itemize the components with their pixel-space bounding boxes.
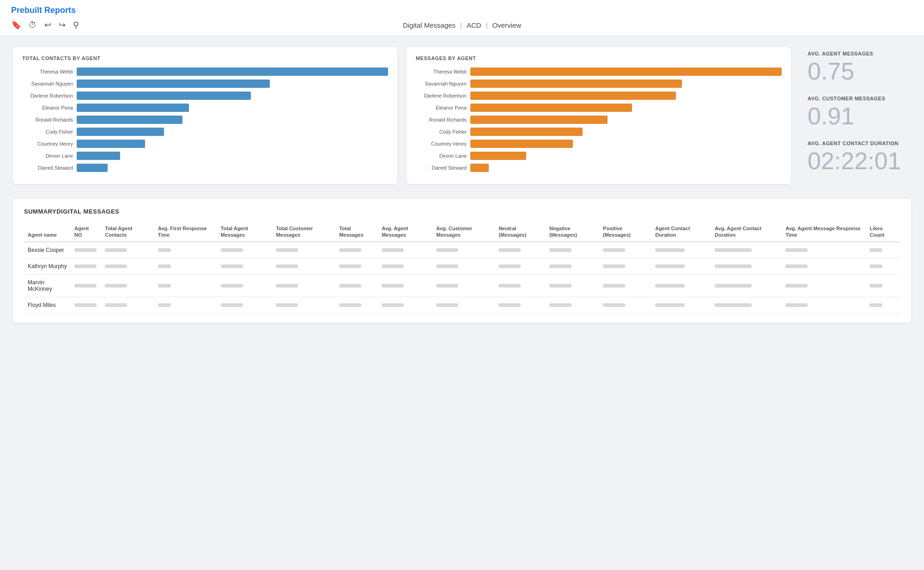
placeholder-bar bbox=[105, 284, 127, 288]
bar-row: Ronald Richards bbox=[416, 116, 782, 124]
bar-label: Darrell Steward bbox=[416, 165, 467, 171]
bar-row: Darlene Robertson bbox=[416, 92, 782, 100]
bar-row: Cody Fisher bbox=[22, 128, 388, 136]
data-cell bbox=[711, 297, 782, 313]
undo-icon[interactable]: ↩ bbox=[44, 20, 51, 30]
data-cell bbox=[651, 242, 711, 258]
data-cell bbox=[101, 242, 154, 258]
data-cell bbox=[378, 258, 432, 274]
filter-icon[interactable]: ⚲ bbox=[73, 20, 79, 30]
bar-label: Ronald Richards bbox=[416, 117, 467, 123]
table-header-cell: Avg. Customer Messages bbox=[432, 222, 495, 242]
data-table: Agent nameAgent NOTotal Agent ContactsAv… bbox=[24, 222, 900, 313]
placeholder-bar bbox=[382, 284, 404, 288]
data-cell bbox=[546, 297, 599, 313]
placeholder-bar bbox=[549, 264, 571, 268]
placeholder-bar bbox=[276, 264, 298, 268]
data-cell bbox=[711, 274, 782, 297]
agent-name-cell: Kathryn Murphy bbox=[24, 258, 71, 274]
breadcrumb-part1: Digital Messages bbox=[403, 21, 456, 29]
placeholder-bar bbox=[715, 284, 752, 288]
data-cell bbox=[782, 274, 866, 297]
bar-track bbox=[77, 67, 388, 76]
avg-agent-contact-duration-label: AVG. AGENT CONTACT DURATION bbox=[808, 141, 904, 146]
bookmark-icon[interactable]: 🔖 bbox=[11, 20, 21, 30]
data-cell bbox=[651, 297, 711, 313]
data-cell bbox=[154, 258, 217, 274]
data-cell bbox=[335, 242, 378, 258]
bar-track bbox=[470, 164, 782, 172]
breadcrumb-sep1: | bbox=[460, 21, 462, 29]
redo-icon[interactable]: ↪ bbox=[59, 20, 66, 30]
placeholder-bar bbox=[158, 248, 171, 252]
data-cell bbox=[217, 242, 273, 258]
bar-track bbox=[77, 140, 388, 148]
data-cell bbox=[546, 274, 599, 297]
bar-row: Eleanor Pena bbox=[22, 104, 388, 112]
bar-row: Courtney Henry bbox=[22, 140, 388, 148]
table-header-cell: Avg. First Response Time bbox=[154, 222, 217, 242]
bar-fill bbox=[77, 164, 108, 172]
data-cell bbox=[495, 297, 546, 313]
data-cell bbox=[154, 274, 217, 297]
avg-agent-messages-value: 0.75 bbox=[808, 58, 904, 85]
bar-label: Courtney Henry bbox=[22, 141, 73, 147]
bar-row: Courtney Henry bbox=[416, 140, 782, 148]
placeholder-bar bbox=[603, 284, 625, 288]
bar-fill bbox=[470, 116, 608, 124]
placeholder-bar bbox=[105, 303, 127, 307]
bar-label: Courtney Henry bbox=[416, 141, 467, 147]
data-cell bbox=[546, 258, 599, 274]
data-cell bbox=[495, 258, 546, 274]
bar-row: Theresa Webb bbox=[22, 67, 388, 76]
placeholder-bar bbox=[105, 248, 127, 252]
data-cell bbox=[272, 242, 335, 258]
placeholder-bar bbox=[549, 248, 571, 252]
page-wrapper: Prebuilt Reports 🔖 ⏱ ↩ ↪ ⚲ Digital Messa… bbox=[0, 0, 924, 570]
messages-by-agent-bars: Theresa Webb Savannah Nguyen Darlene Rob… bbox=[416, 67, 782, 172]
bar-row: Savannah Nguyen bbox=[416, 80, 782, 88]
bar-track bbox=[77, 164, 388, 172]
data-cell bbox=[866, 242, 900, 258]
bar-label: Eleanor Pena bbox=[22, 105, 73, 110]
placeholder-bar bbox=[549, 284, 571, 288]
bar-fill bbox=[77, 92, 251, 100]
bar-fill bbox=[470, 140, 573, 148]
data-cell bbox=[101, 274, 154, 297]
history-icon[interactable]: ⏱ bbox=[29, 20, 37, 30]
bar-label: Cody Fisher bbox=[416, 129, 467, 135]
placeholder-bar bbox=[715, 248, 752, 252]
table-header-cell: Agent NO bbox=[71, 222, 101, 242]
bar-track bbox=[470, 92, 782, 100]
data-cell bbox=[217, 297, 273, 313]
bar-row: Darrell Steward bbox=[22, 164, 388, 172]
charts-row: TOTAL CONTACTS BY AGENT Theresa Webb Sav… bbox=[13, 47, 911, 184]
table-header-cell: Agent Contact Duration bbox=[651, 222, 711, 242]
bar-row: Savannah Nguyen bbox=[22, 80, 388, 88]
bar-row: Cody Fisher bbox=[416, 128, 782, 136]
placeholder-bar bbox=[869, 284, 882, 288]
placeholder-bar bbox=[382, 264, 404, 268]
placeholder-bar bbox=[221, 264, 243, 268]
bar-label: Savannah Nguyen bbox=[22, 81, 73, 86]
avg-customer-messages-label: AVG. CUSTOMER MESSAGES bbox=[808, 96, 904, 101]
data-cell bbox=[378, 297, 432, 313]
placeholder-bar bbox=[436, 303, 458, 307]
breadcrumb-sep2: | bbox=[486, 21, 488, 29]
table-header-cell: Neutral (Messages) bbox=[495, 222, 546, 242]
agent-name-cell: Marvin McKinney bbox=[24, 274, 71, 297]
placeholder-bar bbox=[655, 248, 685, 252]
placeholder-bar bbox=[436, 284, 458, 288]
bar-row: Devon Lane bbox=[416, 152, 782, 160]
bar-fill bbox=[470, 128, 583, 136]
content: TOTAL CONTACTS BY AGENT Theresa Webb Sav… bbox=[0, 36, 924, 334]
placeholder-bar bbox=[869, 264, 882, 268]
bar-fill bbox=[77, 67, 388, 76]
bar-row: Darrell Steward bbox=[416, 164, 782, 172]
data-cell bbox=[599, 258, 651, 274]
data-cell bbox=[335, 258, 378, 274]
messages-by-agent-title: MESSAGES BY AGENT bbox=[416, 55, 782, 61]
table-row: Floyd Miles bbox=[24, 297, 900, 313]
placeholder-bar bbox=[785, 248, 808, 252]
data-cell bbox=[711, 242, 782, 258]
